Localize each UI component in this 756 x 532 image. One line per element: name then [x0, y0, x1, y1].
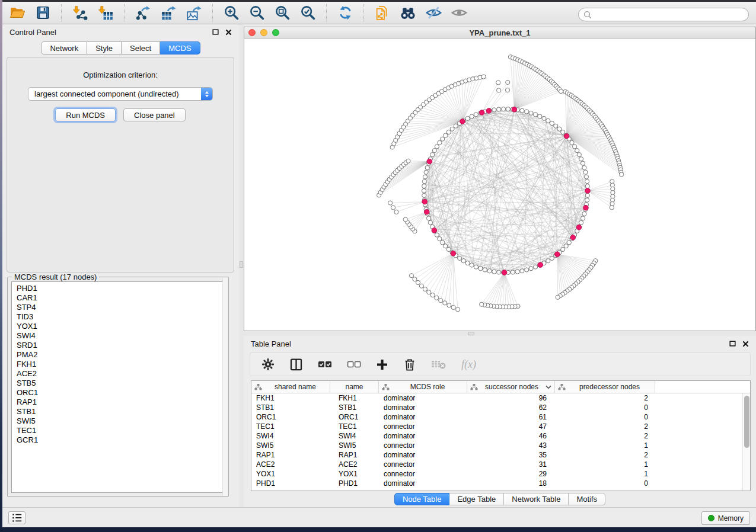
memory-button[interactable]: Memory [701, 511, 750, 525]
tab-node-table[interactable]: Node Table [394, 493, 450, 505]
task-history-button[interactable] [8, 511, 25, 524]
table-cell[interactable]: FKH1 [251, 393, 330, 403]
float-panel-icon[interactable] [212, 29, 219, 35]
table-cell[interactable]: SWI5 [330, 441, 379, 450]
mcds-result-item[interactable]: ORC1 [17, 388, 224, 398]
horizontal-splitter[interactable] [244, 331, 756, 336]
table-cell[interactable]: FKH1 [330, 393, 379, 403]
export-image-icon[interactable] [185, 4, 203, 21]
table-cell[interactable]: 61 [467, 412, 555, 422]
table-cell[interactable]: 0 [555, 403, 655, 412]
network-window-titlebar[interactable]: YPA_prune.txt_1 [244, 27, 755, 39]
table-cell[interactable]: PHD1 [330, 479, 379, 488]
table-cell[interactable]: connector [379, 441, 467, 450]
table-row[interactable]: PHD1PHD1dominator180 [251, 479, 750, 488]
table-cell[interactable]: STB1 [251, 403, 330, 412]
mcds-result-item[interactable]: STP4 [17, 303, 224, 312]
table-cell[interactable]: connector [379, 422, 467, 431]
mcds-result-item[interactable]: SWI5 [17, 416, 224, 426]
eye-icon[interactable] [450, 4, 468, 21]
tab-style[interactable]: Style [87, 41, 122, 55]
mcds-result-item[interactable]: TID3 [17, 312, 224, 322]
column-header[interactable]: predecessor nodes [555, 381, 655, 393]
mcds-result-item[interactable]: GCR1 [17, 435, 224, 445]
delete-column-icon[interactable] [403, 358, 416, 371]
delete-table-icon[interactable] [431, 359, 446, 370]
maximize-window-icon[interactable] [272, 29, 279, 36]
network-canvas[interactable] [244, 39, 755, 331]
table-cell[interactable]: 31 [467, 460, 555, 469]
mcds-result-item[interactable]: TEC1 [17, 426, 224, 435]
mcds-result-list[interactable]: PHD1CAR1STP4TID3YOX1SWI4SRD1PMA2FKH1ACE2… [11, 281, 225, 493]
table-cell[interactable]: SWI4 [251, 431, 330, 441]
table-cell[interactable]: dominator [379, 403, 467, 412]
table-row[interactable]: FKH1FKH1dominator962 [251, 393, 750, 403]
tab-motifs[interactable]: Motifs [569, 493, 605, 505]
table-cell[interactable]: 1 [555, 460, 655, 469]
mcds-result-item[interactable]: PMA2 [17, 350, 224, 360]
tab-network-table[interactable]: Network Table [504, 493, 569, 505]
table-cell[interactable]: 1 [555, 441, 655, 450]
table-cell[interactable]: 47 [467, 422, 555, 431]
close-panel-button[interactable]: Close panel [123, 108, 186, 121]
table-cell[interactable]: YOX1 [251, 469, 330, 479]
table-cell[interactable]: 0 [555, 412, 655, 422]
table-cell[interactable]: connector [379, 460, 467, 469]
mcds-result-item[interactable]: PHD1 [17, 284, 224, 293]
mcds-result-item[interactable]: YOX1 [17, 322, 224, 331]
table-cell[interactable]: ORC1 [330, 412, 379, 422]
result-list-scrollbar[interactable] [222, 278, 228, 496]
table-cell[interactable]: 2 [555, 422, 655, 431]
table-cell[interactable]: dominator [379, 393, 467, 403]
table-cell[interactable]: dominator [379, 412, 467, 422]
table-cell[interactable]: TEC1 [330, 422, 379, 431]
table-cell[interactable]: 18 [467, 479, 555, 488]
splitter-handle[interactable] [468, 332, 474, 335]
table-row[interactable]: YOX1YOX1connector291 [251, 469, 750, 479]
search-input[interactable] [592, 11, 748, 19]
mcds-result-item[interactable]: SWI4 [17, 331, 224, 341]
table-cell[interactable]: 62 [467, 403, 555, 412]
table-row[interactable]: ORC1ORC1dominator610 [251, 412, 750, 422]
criterion-dropdown[interactable]: largest connected component (undirected) [28, 87, 213, 101]
refresh-icon[interactable] [336, 4, 354, 21]
search-neighbors-icon[interactable] [399, 4, 417, 21]
table-cell[interactable]: 29 [467, 469, 555, 479]
table-cell[interactable]: 2 [555, 450, 655, 460]
table-cell[interactable]: 2 [555, 393, 655, 403]
table-row[interactable]: STB1STB1dominator620 [251, 403, 750, 412]
column-header[interactable]: shared name [251, 381, 330, 393]
table-cell[interactable]: ACE2 [330, 460, 379, 469]
table-cell[interactable]: dominator [379, 479, 467, 488]
deselect-all-columns-icon[interactable] [347, 360, 361, 369]
table-scrollbar[interactable] [742, 393, 750, 491]
table-row[interactable]: ACE2ACE2connector311 [251, 460, 750, 469]
zoom-selected-icon[interactable] [299, 4, 317, 21]
table-cell[interactable]: 96 [467, 393, 555, 403]
close-window-icon[interactable] [248, 29, 256, 36]
table-cell[interactable]: SWI5 [251, 441, 330, 450]
splitter-handle[interactable] [240, 261, 243, 268]
mcds-result-item[interactable]: ACE2 [17, 369, 224, 379]
run-mcds-button[interactable]: Run MCDS [55, 108, 116, 121]
mcds-result-item[interactable]: STB5 [17, 379, 224, 388]
table-row[interactable]: TEC1TEC1connector472 [251, 422, 750, 431]
table-cell[interactable]: PHD1 [251, 479, 330, 488]
function-builder-icon[interactable]: f(x) [461, 358, 476, 371]
mcds-result-item[interactable]: SRD1 [17, 341, 224, 350]
tab-edge-table[interactable]: Edge Table [449, 493, 504, 505]
float-panel-icon[interactable] [729, 341, 736, 347]
column-header[interactable]: name [330, 381, 379, 393]
table-cell[interactable]: dominator [379, 450, 467, 460]
network-file-icon[interactable] [374, 4, 391, 21]
close-panel-icon[interactable] [742, 341, 749, 347]
table-settings-icon[interactable] [261, 358, 275, 371]
mcds-result-item[interactable]: CAR1 [17, 293, 224, 303]
table-cell[interactable]: STB1 [330, 403, 379, 412]
column-header[interactable]: successor nodes [467, 381, 555, 393]
zoom-in-icon[interactable] [222, 4, 240, 21]
select-all-columns-icon[interactable] [318, 360, 332, 369]
table-cell[interactable]: 1 [555, 469, 655, 479]
import-table-icon[interactable] [97, 4, 114, 21]
zoom-out-icon[interactable] [248, 4, 266, 21]
